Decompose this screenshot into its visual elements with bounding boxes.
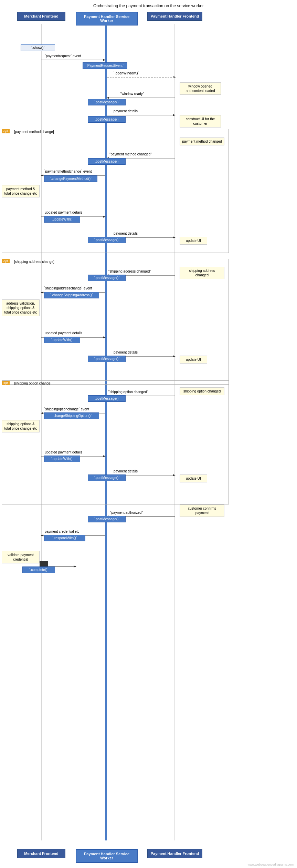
opt-label-3: [shipping option change] — [14, 381, 51, 385]
post-message-box-1: `.postMessage()` — [88, 99, 126, 105]
payment-method-changed-note: payment method changed — [180, 137, 224, 145]
update-with-2-label: `.updateWith()` — [51, 338, 74, 342]
change-shipping-address-box: `.changeShippingAddress()` — [44, 292, 99, 298]
change-shipping-option-label: `.changeShippingOption()` — [51, 414, 92, 418]
shippingoptionchange-event-label: `shippingoptionchange` event — [44, 407, 89, 411]
shipping-options-note: shipping options & total price change et… — [2, 420, 40, 432]
payment-method-changed-note-label: payment method changed — [182, 140, 222, 143]
updated-payment-details-1-label: updated payment details — [45, 211, 82, 214]
update-ui-note-3: update UI — [180, 474, 207, 482]
payment-details-3-label: payment details — [114, 350, 138, 354]
shipping-option-changed-note: shipping option changed — [180, 387, 224, 395]
payment-authorized-msg-label: "payment authorized" — [110, 511, 143, 514]
post-message-2-label: `.postMessage()` — [94, 118, 120, 121]
diagram-title: Orchestrating the payment transaction on… — [0, 3, 297, 8]
post-message-4-label: `.postMessage()` — [94, 238, 120, 242]
change-shipping-option-box: `.changeShippingOption()` — [44, 412, 99, 419]
post-message-box-4: `.postMessage()` — [88, 237, 126, 243]
update-with-3-label: `.updateWith()` — [51, 457, 74, 461]
post-message-box-7: `.postMessage()` — [88, 395, 126, 402]
shipping-address-changed-msg-label: "shipping address changed" — [108, 269, 151, 273]
change-payment-method-box: `.changePaymentMethod()` — [44, 175, 97, 182]
post-message-9-label: `.postMessage()` — [94, 517, 120, 521]
header-lane-merchant: Merchant Frontend — [17, 12, 65, 21]
footer-lane-service: Payment Handler Service Worker — [76, 849, 138, 863]
update-ui-note-1: update UI — [180, 237, 207, 245]
payment-method-changed-msg-label: "payment method changed" — [109, 152, 152, 156]
construct-ui-label: construct UI for the customer — [186, 117, 215, 125]
opt-tag-1: opt — [2, 129, 10, 133]
update-with-box-1: `.updateWith()` — [44, 216, 80, 223]
swimlane-header: Merchant Frontend Payment Handler Servic… — [0, 12, 297, 24]
post-message-box-5: `.postMessage()` — [88, 275, 126, 281]
window-ready-label: "window ready" — [120, 92, 144, 96]
opt-label-2: [shipping address change] — [14, 260, 54, 264]
shipping-options-note-label: shipping options & total price change et… — [4, 422, 37, 430]
payment-credential-label: payment credential etc — [45, 530, 79, 533]
complete-label: `.complete()` — [29, 568, 49, 572]
show-call-label: `.show()` — [31, 46, 44, 50]
watermark: www.websequencediagrams.com — [0, 863, 297, 866]
diagram-container: Orchestrating the payment transaction on… — [0, 0, 297, 868]
validate-arrow — [40, 561, 48, 567]
customer-confirms-note: customer confirms payment — [180, 504, 224, 517]
update-ui-3-label: update UI — [186, 477, 201, 480]
payment-details-2-label: payment details — [114, 232, 138, 235]
payment-method-note: payment method & total price change etc — [2, 185, 40, 197]
shipping-address-changed-note-label: shipping address changed — [189, 269, 215, 277]
update-with-1-label: `.updateWith()` — [51, 217, 74, 221]
post-message-1-label: `.postMessage()` — [94, 100, 120, 104]
shipping-option-changed-msg-label: "shipping option changed" — [108, 390, 148, 394]
opt-tag-2: opt — [2, 259, 10, 263]
paymentmethodchange-event-label: `paymentmethodchange` event — [44, 170, 92, 173]
validate-payment-note: validate payment credential — [2, 551, 40, 563]
opt-tag-3: opt — [2, 381, 10, 385]
validate-payment-label: validate payment credential — [8, 553, 34, 561]
payment-request-event-box: `PaymentRequestEvent` — [83, 62, 127, 69]
paymentrequest-label: `paymentrequest` event — [45, 54, 81, 58]
window-opened-label: window opened and content loaded — [185, 84, 215, 93]
update-ui-2-label: update UI — [186, 358, 201, 361]
update-with-box-2: `.updateWith()` — [44, 337, 80, 343]
shipping-option-changed-note-label: shipping option changed — [183, 389, 221, 393]
updated-payment-details-2-label: updated payment details — [45, 331, 82, 335]
address-validation-note: address validation, shipping options & t… — [2, 299, 40, 316]
open-window-label: `.openWindow()` — [114, 71, 139, 75]
header-lane-frontend: Payment Handler Frontend — [147, 12, 202, 21]
post-message-box-3: `.postMessage()` — [88, 158, 126, 165]
change-payment-method-label: `.changePaymentMethod()` — [50, 177, 92, 181]
payment-details-1-label: payment details — [114, 109, 138, 113]
swimlane-footer: Merchant Frontend Payment Handler Servic… — [0, 849, 297, 861]
footer-lane-frontend: Payment Handler Frontend — [147, 849, 202, 858]
diagram-body: `.show()` `paymentrequest` event `Paymen… — [0, 24, 297, 847]
payment-details-4-label: payment details — [114, 469, 138, 473]
header-lane-service: Payment Handler Service Worker — [76, 12, 138, 25]
update-ui-note-2: update UI — [180, 356, 207, 364]
construct-ui-note: construct UI for the customer — [180, 115, 221, 127]
respond-with-label: `.respondWith()` — [52, 536, 77, 540]
customer-confirms-label: customer confirms payment — [188, 507, 216, 515]
show-call-box: `.show()` — [21, 44, 55, 51]
updated-payment-details-3-label: updated payment details — [45, 450, 82, 454]
post-message-5-label: `.postMessage()` — [94, 276, 120, 280]
post-message-box-6: `.postMessage()` — [88, 356, 126, 362]
window-opened-note: window opened and content loaded — [180, 82, 221, 95]
address-validation-note-label: address validation, shipping options & t… — [4, 302, 37, 314]
post-message-6-label: `.postMessage()` — [94, 357, 120, 361]
payment-request-event-label: `PaymentRequestEvent` — [86, 64, 124, 68]
post-message-box-9: `.postMessage()` — [88, 516, 126, 522]
post-message-box-2: `.postMessage()` — [88, 116, 126, 123]
opt-label-1: [payment method change] — [14, 130, 54, 134]
change-shipping-address-label: `.changeShippingAddress()` — [50, 293, 93, 297]
update-ui-1-label: update UI — [186, 239, 201, 243]
complete-box: `.complete()` — [22, 566, 55, 573]
update-with-box-3: `.updateWith()` — [44, 456, 80, 462]
footer-lane-merchant: Merchant Frontend — [17, 849, 65, 858]
post-message-3-label: `.postMessage()` — [94, 160, 120, 163]
shipping-address-changed-note: shipping address changed — [180, 267, 224, 279]
post-message-7-label: `.postMessage()` — [94, 397, 120, 400]
post-message-box-8: `.postMessage()` — [88, 474, 126, 481]
respond-with-box: `.respondWith()` — [44, 535, 85, 541]
shippingaddresschange-event-label: `shippingaddresschange` event — [44, 286, 92, 290]
post-message-8-label: `.postMessage()` — [94, 476, 120, 480]
